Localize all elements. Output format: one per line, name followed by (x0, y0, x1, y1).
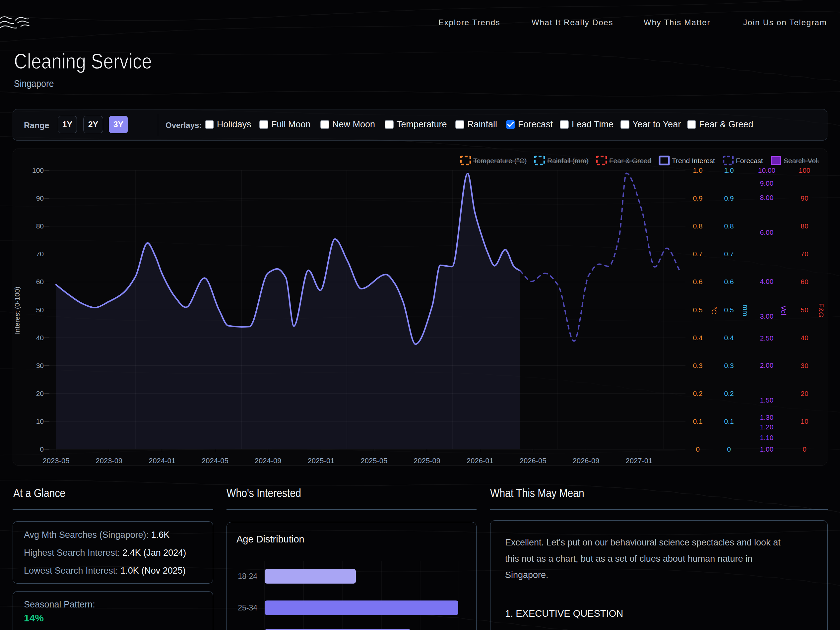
svg-text:0.2: 0.2 (693, 390, 703, 397)
svg-text:2024-09: 2024-09 (255, 456, 281, 465)
svg-text:0: 0 (40, 445, 44, 453)
svg-text:20: 20 (801, 390, 808, 397)
svg-text:0.8: 0.8 (724, 222, 734, 230)
svg-text:2023-09: 2023-09 (96, 456, 122, 465)
svg-text:2027-01: 2027-01 (625, 456, 652, 465)
svg-text:F&G: F&G (818, 303, 825, 317)
svg-text:1.50: 1.50 (760, 396, 774, 404)
svg-text:90: 90 (36, 194, 44, 202)
svg-text:0.1: 0.1 (693, 417, 703, 425)
svg-text:0.3: 0.3 (693, 362, 703, 369)
svg-text:20: 20 (36, 390, 44, 397)
svg-text:3.00: 3.00 (760, 313, 774, 320)
svg-text:50: 50 (801, 306, 808, 314)
svg-text:0.6: 0.6 (724, 278, 734, 286)
svg-text:70: 70 (36, 250, 44, 257)
svg-text:Rainfall (mm): Rainfall (mm) (547, 157, 589, 164)
svg-text:30: 30 (801, 362, 808, 369)
svg-text:6.00: 6.00 (760, 229, 774, 236)
svg-text:30: 30 (36, 362, 44, 369)
svg-text:100: 100 (32, 166, 44, 174)
svg-text:2025-01: 2025-01 (308, 456, 335, 465)
svg-text:Trend Interest: Trend Interest (672, 157, 715, 164)
svg-text:0.7: 0.7 (693, 250, 703, 257)
svg-text:80: 80 (801, 222, 808, 230)
svg-text:8.00: 8.00 (760, 194, 774, 201)
svg-text:2024-01: 2024-01 (148, 456, 175, 465)
svg-text:2.50: 2.50 (760, 334, 774, 342)
svg-text:1.0: 1.0 (724, 166, 734, 174)
svg-text:0.1: 0.1 (724, 417, 734, 425)
svg-text:70: 70 (801, 250, 808, 257)
svg-text:0.2: 0.2 (724, 390, 734, 397)
svg-text:Fear & Greed: Fear & Greed (609, 157, 651, 164)
svg-text:90: 90 (801, 194, 808, 202)
svg-text:2.00: 2.00 (760, 362, 774, 369)
svg-text:2026-09: 2026-09 (573, 456, 600, 465)
svg-text:0.4: 0.4 (693, 334, 703, 341)
svg-text:1.30: 1.30 (760, 414, 774, 421)
svg-text:40: 40 (801, 334, 808, 341)
svg-text:25-34: 25-34 (238, 603, 257, 612)
svg-text:0.6: 0.6 (693, 278, 703, 286)
svg-text:0.9: 0.9 (724, 194, 734, 202)
svg-text:18-24: 18-24 (238, 572, 257, 581)
svg-text:Vol: Vol (780, 305, 788, 315)
svg-text:0.4: 0.4 (724, 334, 734, 341)
svg-text:0.9: 0.9 (693, 194, 703, 202)
svg-text:60: 60 (801, 278, 808, 286)
svg-text:0: 0 (802, 445, 807, 453)
svg-text:2024-05: 2024-05 (202, 456, 229, 465)
svg-text:0: 0 (727, 445, 731, 453)
svg-text:°C: °C (711, 306, 718, 314)
svg-text:10: 10 (801, 417, 808, 425)
svg-text:Temperature (°C): Temperature (°C) (473, 157, 527, 164)
svg-text:10.00: 10.00 (758, 166, 776, 174)
svg-text:0.8: 0.8 (693, 222, 703, 230)
svg-text:Search Vol.: Search Vol. (784, 157, 819, 164)
svg-text:50: 50 (36, 306, 44, 314)
svg-text:1.00: 1.00 (760, 445, 774, 453)
svg-text:2023-05: 2023-05 (43, 456, 69, 465)
svg-text:60: 60 (36, 278, 44, 286)
svg-text:Forecast: Forecast (736, 157, 763, 164)
svg-text:10: 10 (36, 417, 44, 425)
svg-text:40: 40 (36, 334, 44, 341)
svg-text:0.5: 0.5 (693, 306, 703, 314)
svg-text:9.00: 9.00 (760, 179, 774, 187)
svg-text:2026-01: 2026-01 (467, 456, 493, 465)
svg-text:100: 100 (799, 166, 810, 174)
svg-text:1.10: 1.10 (760, 434, 774, 441)
svg-text:2025-05: 2025-05 (360, 456, 387, 465)
svg-text:0.5: 0.5 (724, 306, 734, 314)
svg-text:0.7: 0.7 (724, 250, 734, 257)
svg-text:0: 0 (696, 445, 700, 453)
svg-text:80: 80 (36, 222, 44, 230)
svg-text:0.3: 0.3 (724, 362, 734, 369)
svg-text:4.00: 4.00 (760, 278, 774, 285)
svg-text:1.0: 1.0 (693, 166, 703, 174)
svg-text:Interest (0-100): Interest (0-100) (13, 286, 21, 334)
svg-text:2026-05: 2026-05 (519, 456, 546, 465)
svg-text:2025-09: 2025-09 (414, 456, 441, 465)
svg-text:mm: mm (742, 305, 750, 316)
svg-text:1.20: 1.20 (760, 423, 774, 431)
